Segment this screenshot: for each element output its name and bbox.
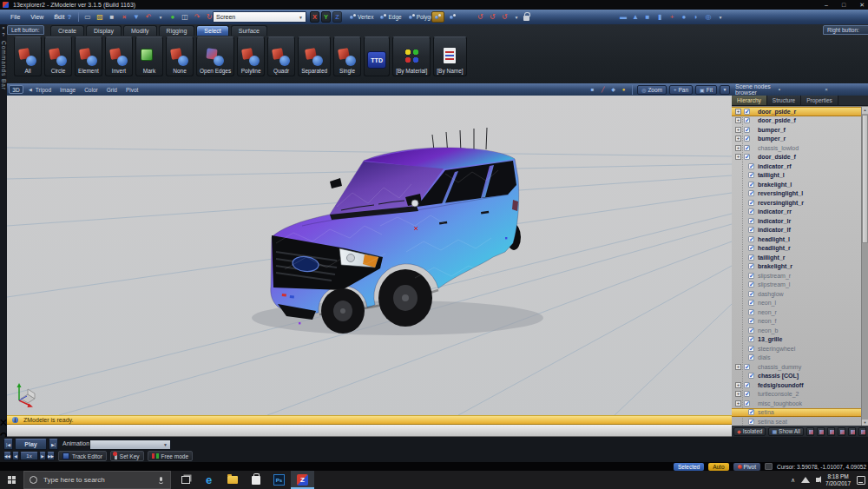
node-checkbox[interactable]: ✓ [748, 245, 754, 251]
viewport-menu-color[interactable]: Color [84, 87, 98, 93]
expand-icon[interactable]: + [735, 154, 741, 160]
node-checkbox[interactable]: ✓ [748, 336, 754, 342]
ribbon-button-separated[interactable]: Separated [298, 36, 331, 76]
minimize-button[interactable]: – [825, 2, 828, 8]
node-checkbox[interactable]: ✓ [748, 227, 754, 233]
primitive-plane-icon[interactable]: ▬ [618, 12, 628, 23]
menu-file[interactable]: File [5, 14, 25, 20]
tree-node-taillight-l[interactable]: ✓taillight_l [732, 171, 868, 181]
material-editor-icon[interactable]: ● [168, 12, 178, 23]
tree-node-chassis-lowlod[interactable]: +✓chassis_lowlod [732, 143, 868, 153]
draw-mode-icon[interactable]: ■ [589, 86, 596, 94]
action-center-icon[interactable] [857, 476, 865, 485]
expand-icon[interactable]: + [735, 135, 741, 142]
mode-vertex-button[interactable]: Vertex [347, 11, 376, 23]
viewport-collapse-icon[interactable]: ◀ [29, 87, 32, 92]
search-input[interactable]: Type here to search [43, 476, 159, 484]
menu-view[interactable]: View [25, 14, 49, 20]
node-checkbox[interactable]: ✓ [748, 409, 754, 415]
ribbon-button-mark[interactable]: Mark [135, 36, 163, 76]
taskbar-search[interactable]: Type here to search [23, 471, 171, 489]
ribbon-button-quadr[interactable]: Quadr [267, 36, 295, 76]
node-checkbox[interactable]: ✓ [744, 135, 750, 142]
messages-help-icon[interactable]: ? [0, 431, 7, 437]
tree-tool-button-2[interactable] [817, 427, 825, 436]
maximize-button[interactable]: □ [842, 2, 845, 8]
expand-icon[interactable]: + [735, 391, 741, 397]
view-mode-button[interactable]: 3D [9, 85, 23, 94]
tree-node-slipstream-l[interactable]: ✓slipstream_l [732, 281, 868, 290]
step-fwd-button[interactable]: ▶ [39, 452, 46, 460]
node-checkbox[interactable]: ✓ [748, 200, 754, 206]
node-checkbox[interactable]: ✓ [744, 391, 750, 397]
ribbon-button-element[interactable]: Element [75, 36, 102, 76]
tree-node-neon-l[interactable]: ✓neon_l [732, 299, 868, 308]
node-checkbox[interactable]: ✓ [748, 346, 754, 352]
viewport-menu-image[interactable]: Image [60, 87, 76, 93]
rotate-z-icon[interactable]: ↺ [499, 12, 510, 23]
node-checkbox[interactable]: ✓ [748, 291, 754, 297]
volume-icon[interactable] [816, 478, 819, 482]
network-icon[interactable] [801, 477, 810, 483]
node-checkbox[interactable]: ✓ [744, 117, 750, 123]
scene-tab-hierarchy[interactable]: Hierarchy [732, 96, 767, 105]
tree-node-door-pside-f[interactable]: +✓door_pside_f [732, 116, 868, 126]
delete-icon[interactable]: × [119, 12, 129, 23]
scene-tab-properties[interactable]: Properties [801, 96, 838, 105]
viewport-nav-menu-icon[interactable]: ▼ [720, 85, 730, 95]
node-checkbox[interactable]: ✓ [748, 300, 754, 306]
tree-node-slipstream-r[interactable]: ✓slipstream_r [732, 271, 868, 281]
node-checkbox[interactable]: ✓ [748, 327, 754, 334]
tree-node-indicator-lr[interactable]: ✓indicator_lr [732, 216, 868, 226]
isolated-button[interactable]: ◆ Isolated [733, 427, 766, 436]
go-start-button[interactable]: |◀ [3, 439, 13, 450]
node-checkbox[interactable]: ✓ [748, 190, 754, 196]
ribbon-button-single[interactable]: Single [333, 36, 361, 76]
tree-node-brakelight-l[interactable]: ✓brakelight_l [732, 180, 868, 189]
primitive-menu-icon[interactable]: ▼ [715, 12, 726, 23]
close-button[interactable]: ✕ [859, 2, 865, 8]
node-checkbox[interactable]: ✓ [748, 254, 754, 261]
taskbar-clock[interactable]: 8:18 PM 7/20/2017 [825, 473, 851, 486]
expand-icon[interactable]: + [735, 109, 741, 115]
open-file-icon[interactable]: ▨ [95, 12, 105, 23]
node-checkbox[interactable]: ✓ [748, 172, 754, 178]
tray-expand-icon[interactable]: ∧ [791, 477, 795, 484]
screen-select[interactable]: Screen▼ [213, 11, 306, 23]
primitive-box-icon[interactable]: ▮ [654, 12, 665, 23]
rotate-x-icon[interactable]: ↺ [475, 12, 485, 23]
undo-icon[interactable]: ↶ [143, 12, 154, 23]
free-mode-button[interactable]: Free mode [148, 451, 193, 461]
ribbon-button-ttd[interactable]: TTD [364, 36, 390, 76]
ribbon-tab-surface[interactable]: Surface [231, 25, 267, 36]
tree-node-setina-seat[interactable]: ✓setina seat [732, 417, 868, 426]
viewport-menu-pivot[interactable]: Pivot [126, 87, 138, 93]
pan-button[interactable]: +Pan [669, 85, 693, 95]
primitive-sphere-icon[interactable]: ● [679, 12, 689, 23]
ribbon-tab-create[interactable]: Create [50, 25, 84, 36]
viewport-canvas[interactable] [7, 96, 732, 415]
node-checkbox[interactable]: ✓ [748, 236, 754, 242]
primitive-disc-icon[interactable]: ◗ [691, 12, 701, 23]
tree-node-indicator-rf[interactable]: ✓indicator_rf [732, 162, 868, 171]
taskbar-app-task-view[interactable] [174, 471, 197, 489]
node-checkbox[interactable]: ✓ [744, 382, 750, 388]
panel-close-icon[interactable]: × [825, 87, 865, 92]
expand-icon[interactable]: + [735, 364, 741, 370]
start-button[interactable] [0, 471, 23, 489]
tree-node-reversinglight-l[interactable]: ✓reversinglight_l [732, 189, 868, 199]
tree-node-setina[interactable]: ✓setina [732, 408, 868, 418]
lock-icon[interactable] [523, 16, 529, 21]
rotate-menu-icon[interactable]: ▼ [511, 12, 522, 23]
taskbar-app-store[interactable] [244, 471, 267, 489]
axis-z-button[interactable]: Z [332, 11, 342, 23]
node-checkbox[interactable]: ✓ [748, 281, 754, 287]
node-checkbox[interactable]: ✓ [748, 309, 754, 315]
tree-node-neon-b[interactable]: ✓neon_b [732, 326, 868, 335]
step-back-button[interactable]: ◀ [12, 452, 19, 460]
grid-snap-icon[interactable] [765, 463, 773, 470]
taskbar-app-zmodeler[interactable]: Z [291, 471, 314, 489]
microphone-icon[interactable] [159, 477, 163, 484]
scrollbar-thumb[interactable] [862, 115, 868, 243]
node-checkbox[interactable]: ✓ [748, 354, 754, 360]
